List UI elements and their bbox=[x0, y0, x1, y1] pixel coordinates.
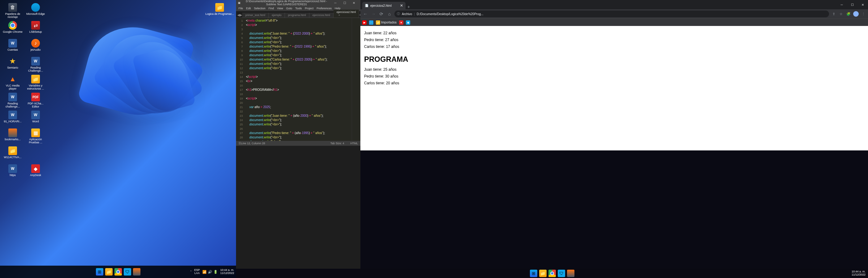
back-button[interactable]: ← bbox=[362, 11, 368, 17]
start-button[interactable]: ⊞ bbox=[96, 268, 103, 276]
output-line: Carlos tiene: 20 años bbox=[364, 80, 864, 86]
bookmark-item[interactable]: 📁Importados bbox=[376, 21, 397, 25]
new-tab-button[interactable]: + bbox=[406, 4, 412, 9]
editor-tab[interactable]: ejercicios.html bbox=[309, 13, 334, 18]
menu-item[interactable]: Preferences bbox=[316, 7, 332, 10]
url-text: D:/Documents/Desktop/Logica%20de%20Prog.… bbox=[417, 12, 484, 16]
tab-close-icon[interactable]: ✕ bbox=[400, 3, 403, 8]
info-icon[interactable]: ⓘ bbox=[397, 12, 400, 16]
browser-close-button[interactable]: ✕ bbox=[858, 0, 868, 9]
desktop-icon[interactable]: Whttps bbox=[1, 164, 24, 182]
desktop-icon[interactable]: ▦Aplicación Pruebas ... bbox=[24, 128, 47, 146]
desktop-icon-logica[interactable]: 📁 Logica de Programac... bbox=[205, 2, 235, 16]
tab-nav-left-icon[interactable]: ◀ bbox=[237, 12, 240, 18]
code-area[interactable]: <meta charset="utf-8"> <script> document… bbox=[245, 18, 352, 141]
app-icon: 🗑 bbox=[8, 3, 17, 12]
desktop-icon[interactable]: bookmarks... bbox=[1, 128, 24, 146]
taskbar-chrome-2[interactable] bbox=[549, 270, 556, 277]
editor-tab[interactable]: programa.html bbox=[285, 13, 309, 18]
bookmark-icon: ● bbox=[399, 21, 403, 25]
tray-status-icons[interactable]: 📶 🔊 🔋 bbox=[202, 270, 218, 274]
tray-date[interactable]: 11/12/2022 bbox=[220, 272, 234, 275]
desktop-icon[interactable]: WCuentas bbox=[1, 38, 24, 56]
menu-item[interactable]: Goto bbox=[286, 7, 292, 10]
browser-maximize-button[interactable]: ☐ bbox=[847, 0, 858, 9]
taskbar-chrome[interactable] bbox=[115, 268, 122, 276]
icon-label: Variables y estructuras ... bbox=[25, 84, 46, 90]
menu-item[interactable]: View bbox=[277, 7, 283, 10]
desktop-icon[interactable]: 📁W114CTIVA... bbox=[1, 146, 24, 164]
desktop-icon[interactable]: ♪jetAudio bbox=[24, 38, 47, 56]
taskbar-explorer[interactable]: 📁 bbox=[105, 268, 113, 276]
forward-button[interactable]: → bbox=[370, 11, 376, 17]
desktop-icon[interactable] bbox=[24, 146, 47, 164]
editor-tab[interactable]: primer_test.html bbox=[242, 13, 269, 18]
menu-icon[interactable]: ⋮ bbox=[861, 11, 866, 17]
wifi-icon[interactable]: 📶 bbox=[202, 270, 207, 274]
editor-tab[interactable]: ejercicios2.html × bbox=[334, 9, 359, 18]
desktop-icon[interactable]: Google Chrome bbox=[1, 21, 24, 38]
sublime-window: ▣ D:\Documents\Desktop\Logica de Program… bbox=[236, 0, 361, 269]
sublime-editor[interactable]: 1234567891011121314151617181920212223242… bbox=[236, 18, 361, 141]
menu-item[interactable]: Find bbox=[269, 7, 274, 10]
menu-item[interactable]: File bbox=[239, 7, 243, 10]
sublime-titlebar[interactable]: ▣ D:\Documents\Desktop\Logica de Program… bbox=[236, 0, 361, 6]
desktop-icon[interactable]: 📁Variables y estructuras ... bbox=[24, 74, 47, 92]
editor-tab[interactable]: ejemplo bbox=[269, 13, 285, 18]
desktop-icon[interactable]: ▲VLC media player bbox=[1, 74, 24, 92]
taskbar-monitor-1: ⊞ 📁 🛡 ˄ ESP LAA 📶 🔊 🔋 10:44 a. m. 11/12/… bbox=[0, 266, 236, 278]
app-icon: ▦ bbox=[31, 129, 40, 137]
maximize-button[interactable]: ☐ bbox=[340, 0, 349, 6]
system-tray[interactable]: ˄ ESP LAA 📶 🔊 🔋 10:44 a. m. 11/12/2022 bbox=[190, 269, 234, 275]
menu-item[interactable]: Selection bbox=[254, 7, 266, 10]
home-button[interactable]: ⌂ bbox=[386, 11, 393, 17]
url-scheme: Archivo bbox=[402, 12, 412, 16]
taskbar-sublime-2[interactable] bbox=[567, 270, 575, 277]
extension-icon[interactable]: 🧩 bbox=[846, 11, 851, 17]
desktop-icon[interactable]: Microsoft Edge bbox=[24, 2, 47, 21]
chrome-titlebar[interactable]: 📄 ejercicios2.html ✕ + ─ ☐ ✕ bbox=[361, 0, 868, 9]
battery-icon[interactable]: 🔋 bbox=[213, 270, 218, 274]
address-bar[interactable]: ⓘ Archivo | D:/Documents/Desktop/Logica%… bbox=[394, 10, 829, 17]
desktop-icon[interactable]: ◆AnyDesk bbox=[24, 164, 47, 182]
menu-item[interactable]: Tools bbox=[295, 7, 302, 10]
menu-item[interactable]: Edit bbox=[246, 7, 251, 10]
menu-item[interactable]: Project bbox=[305, 7, 313, 10]
star-icon[interactable]: ☆ bbox=[838, 11, 844, 17]
minimize-button[interactable]: ─ bbox=[331, 0, 340, 6]
status-tabsize[interactable]: Tab Size: 4 bbox=[330, 142, 344, 145]
bookmark-item[interactable]: ▶ bbox=[362, 21, 367, 25]
profile-avatar[interactable] bbox=[853, 11, 859, 17]
reload-button[interactable]: ⟳ bbox=[378, 11, 384, 17]
minimap[interactable] bbox=[352, 18, 361, 141]
bookmark-item[interactable]: ◆ bbox=[406, 21, 410, 25]
tab-close-icon[interactable]: × bbox=[338, 13, 340, 17]
taskbar-app[interactable]: 🛡 bbox=[124, 268, 131, 276]
volume-icon[interactable]: 🔊 bbox=[208, 270, 212, 274]
start-button-2[interactable]: ⊞ bbox=[530, 270, 537, 277]
desktop-icon[interactable]: 🗑Papelera de reciclaje bbox=[1, 2, 24, 21]
chrome-tab-active[interactable]: 📄 ejercicios2.html ✕ bbox=[362, 2, 406, 9]
desktop-icon[interactable]: WReading challenge... bbox=[1, 92, 24, 110]
status-language[interactable]: HTML bbox=[350, 142, 358, 145]
taskbar-app-2[interactable]: 🛡 bbox=[558, 270, 565, 277]
taskbar-sublime[interactable] bbox=[133, 268, 141, 276]
tab-nav-right-icon[interactable]: ▶ bbox=[240, 12, 242, 18]
desktop-icon[interactable]: PDFPDF-XCha... Editor bbox=[24, 92, 47, 110]
tray-date-2[interactable]: 11/12/2022 bbox=[851, 273, 866, 276]
share-icon[interactable]: ⇪ bbox=[831, 11, 836, 17]
bookmark-item[interactable]: 🐦 bbox=[369, 21, 373, 25]
page-viewport[interactable]: Juan tiene: 22 añosPedro tiene: 27 añosC… bbox=[361, 26, 868, 150]
desktop-icon[interactable]: W91_HORARI... bbox=[1, 110, 24, 128]
status-indent-icon[interactable]: ☰ bbox=[239, 142, 241, 145]
desktop-icon[interactable]: WWord bbox=[24, 110, 47, 128]
desktop-icon[interactable]: ★Semiario bbox=[1, 56, 24, 74]
taskbar-explorer-2[interactable]: 📁 bbox=[539, 270, 547, 277]
icon-label: PDF-XCha... Editor bbox=[25, 102, 46, 108]
browser-minimize-button[interactable]: ─ bbox=[836, 0, 847, 9]
tray-chevron-icon[interactable]: ˄ bbox=[190, 270, 192, 273]
bookmark-item[interactable]: ● bbox=[399, 21, 403, 25]
close-button[interactable]: ✕ bbox=[349, 0, 359, 6]
desktop-icon[interactable]: WReading Challenge... bbox=[24, 56, 47, 74]
desktop-icon[interactable]: ⇄LSBSetup bbox=[24, 21, 47, 38]
